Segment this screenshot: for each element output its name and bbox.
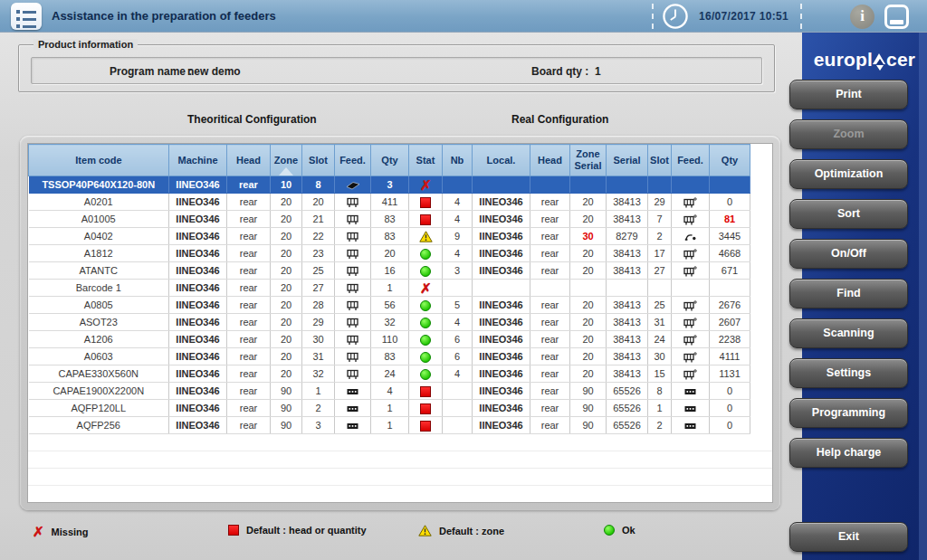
page-title: Assistance in the preparation of feeders (52, 9, 276, 23)
col-header-zone[interactable]: Zone (271, 145, 302, 176)
legend-item: Ok (604, 525, 636, 536)
item-code-cell: ATANTC (29, 262, 169, 280)
head-real-cell: rear (530, 228, 570, 245)
sidebar-buttons: PrintZoomOptimizationSortOn/OffFindScann… (789, 80, 908, 468)
local-cell: IINEO346 (473, 383, 530, 400)
col-header-feed[interactable]: Feed. (335, 145, 371, 176)
col-header-feed-real[interactable]: Feed. (672, 145, 710, 176)
sidebar-button-exit[interactable]: Exit (789, 522, 908, 552)
serial-cell (607, 176, 648, 194)
table-row[interactable]: ATANTCIINEO346rear2025163IINEO346rear203… (29, 262, 750, 280)
table-row[interactable]: ASOT23IINEO346rear2029324IINEO346rear203… (29, 314, 750, 331)
table-row[interactable]: TSSOP40P640X120-80NIINEO346rear1083✗ (29, 176, 750, 194)
serial-cell: 38413 (607, 365, 648, 383)
zone-cell: 20 (271, 331, 302, 348)
minimize-icon[interactable] (884, 5, 909, 29)
feed-icon-cell (335, 211, 371, 228)
legend-item: ✗Missing (33, 525, 89, 538)
table-row[interactable]: CAPAE330X560NIINEO346rear2032244IINEO346… (29, 365, 750, 383)
sidebar-button-on-off[interactable]: On/Off (789, 239, 908, 269)
zone-serial-cell (570, 176, 607, 194)
sidebar-button-zoom[interactable]: Zoom (789, 119, 908, 149)
zone-cell: 20 (271, 211, 302, 228)
col-header-head[interactable]: Head (227, 145, 271, 176)
zone-cell: 20 (271, 280, 302, 297)
table-row[interactable]: A0201IINEO346rear20204114IINEO346rear203… (29, 194, 750, 211)
sidebar-button-find[interactable]: Find (789, 279, 908, 308)
sidebar-button-sort[interactable]: Sort (789, 199, 908, 229)
sidebar-button-optimization[interactable]: Optimization (789, 159, 908, 189)
feed-real-icon-cell (672, 176, 710, 194)
col-header-head-real[interactable]: Head (530, 145, 570, 176)
info-icon[interactable]: i (850, 5, 874, 29)
table-row[interactable]: A1812IINEO346rear2023204IINEO346rear2038… (29, 245, 750, 262)
feeder-table-area: Item code Machine Head Zone Slot Feed. Q… (27, 143, 773, 503)
qty-real-cell: 0 (710, 383, 750, 400)
slot-real-cell: 2 (648, 417, 672, 434)
local-cell: IINEO346 (473, 245, 530, 262)
empty-table-rows (28, 434, 772, 503)
zone-serial-cell: 20 (570, 348, 607, 365)
tape-feeder-icon (347, 352, 358, 363)
zone-cell: 20 (271, 314, 302, 331)
sidebar-button-programming[interactable]: Programming (789, 398, 908, 428)
machine-cell: IINEO346 (169, 297, 227, 314)
col-header-item-code[interactable]: Item code (29, 145, 169, 176)
stat-icon-cell (409, 211, 443, 228)
col-header-stat[interactable]: Stat (409, 145, 443, 176)
table-row[interactable]: A0603IINEO346rear2031836IINEO346rear2038… (29, 348, 750, 365)
machine-cell: IINEO346 (169, 348, 227, 365)
zone-serial-cell: 20 (570, 297, 607, 314)
local-cell: IINEO346 (473, 331, 530, 348)
qty-real-cell: 2676 (710, 297, 750, 314)
default-head-qty-icon (420, 421, 431, 432)
table-row[interactable]: A01005IINEO346rear2021834IINEO346rear203… (29, 211, 750, 228)
table-row[interactable]: A1206IINEO346rear20301106IINEO346rear203… (29, 331, 750, 348)
machine-cell: IINEO346 (169, 211, 227, 228)
slot-real-cell: 27 (648, 262, 672, 280)
col-header-slot[interactable]: Slot (302, 145, 335, 176)
nb-cell: 9 (443, 228, 473, 245)
col-header-qty-real[interactable]: Qty (710, 145, 750, 176)
titlebar-separator (652, 4, 654, 29)
item-code-cell: A1206 (29, 331, 169, 348)
slot-real-cell: 7 (648, 211, 672, 228)
table-row[interactable]: A0805IINEO346rear2028565IINEO346rear2038… (29, 297, 750, 314)
qty-real-cell: 4111 (710, 348, 750, 365)
feed-icon-cell (335, 400, 371, 417)
feeder-icon (346, 181, 360, 190)
sidebar-button-help-charge[interactable]: Help charge (789, 438, 908, 468)
table-row[interactable]: Barcode 1IINEO346rear20271✗ (29, 280, 750, 297)
qty-cell: 16 (371, 262, 409, 280)
program-name-label: Program name : (110, 65, 192, 78)
sidebar-button-settings[interactable]: Settings (789, 358, 908, 388)
table-row[interactable]: CAPAE1900X2200NIINEO346rear9014IINEO346r… (29, 383, 750, 400)
table-row[interactable]: AQFP120LLIINEO346rear9021IINEO346rear906… (29, 400, 750, 417)
col-header-local[interactable]: Local. (473, 145, 530, 176)
table-row[interactable]: A0402IINEO346rear2022839IINEO346rear3082… (29, 228, 750, 245)
head-real-cell: rear (530, 400, 570, 417)
col-header-slot-real[interactable]: Slot (648, 145, 672, 176)
col-header-qty[interactable]: Qty (371, 145, 409, 176)
qty-cell: 83 (371, 348, 409, 365)
col-header-serial[interactable]: Serial (607, 145, 648, 176)
table-row[interactable]: AQFP256IINEO346rear9031IINEO346rear90655… (29, 417, 750, 434)
sidebar-button-scanning[interactable]: Scanning (789, 318, 908, 348)
machine-cell: IINEO346 (169, 417, 227, 434)
head-cell: rear (227, 314, 271, 331)
head-real-cell: rear (530, 211, 570, 228)
zone-cell: 20 (271, 262, 302, 280)
tape-feeder-icon (347, 318, 358, 328)
default-head-qty-icon (420, 197, 431, 208)
stick-feeder-icon (347, 405, 358, 413)
col-header-machine[interactable]: Machine (169, 145, 227, 176)
local-cell (473, 176, 530, 194)
feed-real-icon-cell (672, 417, 710, 434)
board-qty-value: 1 (595, 65, 601, 78)
col-header-nb[interactable]: Nb (443, 145, 473, 176)
sidebar-button-print[interactable]: Print (789, 80, 908, 109)
machine-cell: IINEO346 (169, 262, 227, 280)
titlebar: Assistance in the preparation of feeders… (0, 0, 927, 33)
slot-cell: 22 (302, 228, 335, 245)
col-header-zone-serial[interactable]: Zone Serial (570, 145, 607, 176)
